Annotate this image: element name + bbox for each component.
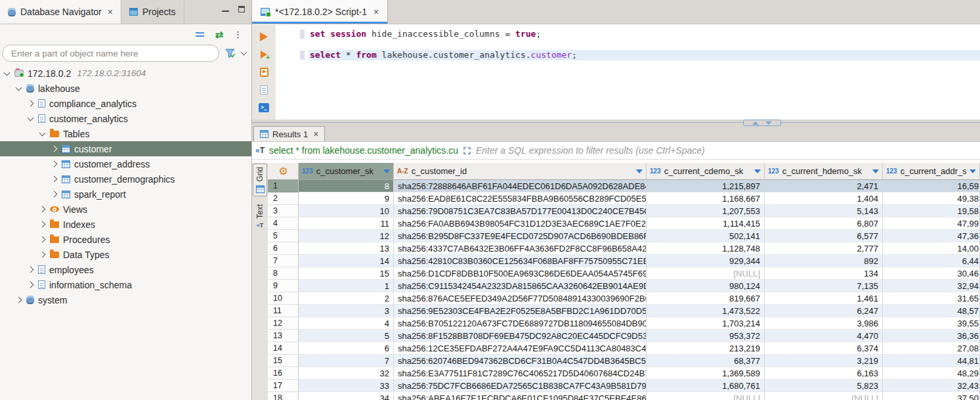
cell-c_customer_id[interactable]: sha256:620746BED947362BCD6CF31B0A4C547DD…	[394, 355, 647, 367]
cell-c_current_addr_sk[interactable]: 39,55	[883, 317, 980, 330]
column-header-c_current_hdemo_sk[interactable]: 123c_current_hdemo_sk	[765, 163, 883, 180]
tree-item-Views[interactable]: Views	[0, 202, 251, 217]
cell-c_customer_id[interactable]: sha256:75DC7FCB6686EDA72565C1B838CA7FC43…	[394, 380, 647, 392]
row-number[interactable]: 15	[268, 355, 299, 367]
cell-c_current_addr_sk[interactable]: 31,65	[883, 292, 980, 305]
cell-c_customer_sk[interactable]: 3	[299, 305, 394, 317]
row-number[interactable]: 8	[268, 267, 299, 280]
filter-funnel-icon[interactable]	[225, 49, 236, 58]
cell-c_customer_id[interactable]: sha256:FA0ABB6943B98054FC31D12D3E3AEC689…	[394, 217, 647, 230]
tree-item-172.18.0.2[interactable]: 172.18.0.2172.18.0.2:31604	[0, 66, 251, 81]
tree-item-compliance_analytics[interactable]: compliance_analytics	[0, 96, 251, 111]
cell-c_current_hdemo_sk[interactable]: 3,986	[765, 317, 883, 330]
cell-c_current_cdemo_sk[interactable]: 1,168,667	[647, 192, 765, 205]
column-header-c_current_addr_sk[interactable]: 123c_current_addr_sk	[883, 163, 980, 180]
cell-c_current_addr_sk[interactable]: 48,29	[883, 367, 980, 380]
cell-c_customer_id[interactable]: sha256:E3A77511F81C7289C76C4065217D5D406…	[394, 367, 647, 380]
expand-chevron-icon[interactable]	[51, 161, 58, 167]
row-number[interactable]: 6	[268, 242, 299, 255]
cell-c_current_hdemo_sk[interactable]: 4,470	[765, 330, 883, 342]
collapse-chevron-icon[interactable]	[16, 84, 22, 91]
tree-item-customer_analytics[interactable]: customer_analytics	[0, 111, 251, 126]
row-number[interactable]: 5	[268, 230, 299, 242]
cell-c_current_addr_sk[interactable]: 37,50	[883, 392, 980, 400]
collapse-up-icon[interactable]	[752, 122, 759, 125]
row-number[interactable]: 18	[268, 392, 299, 400]
cell-c_current_hdemo_sk[interactable]: 1,461	[765, 292, 883, 305]
execute-script-button[interactable]	[259, 67, 269, 77]
object-filter-input[interactable]	[2, 45, 219, 62]
cell-c_current_addr_sk[interactable]: 47,36	[883, 230, 980, 242]
expand-chevron-icon[interactable]	[39, 221, 46, 228]
column-menu-arrow-icon[interactable]	[872, 169, 879, 173]
cell-c_customer_id[interactable]: sha256:79D08751C3EA7C83BA57D177E00413D0C…	[394, 205, 647, 217]
expand-chevron-icon[interactable]	[39, 236, 46, 243]
close-icon[interactable]: ×	[313, 129, 318, 139]
chevron-down-icon[interactable]	[241, 49, 247, 55]
column-header-c_customer_sk[interactable]: 123c_customer_sk	[299, 163, 394, 180]
close-icon[interactable]: ×	[373, 7, 379, 16]
cell-c_customer_id[interactable]: sha256:D1CDF8DBB10F500EA9693C86DE6DEAA05…	[394, 267, 647, 280]
cell-c_current_cdemo_sk[interactable]: 1,680,761	[647, 380, 765, 392]
row-number[interactable]: 17	[268, 380, 299, 392]
collapse-all-icon[interactable]	[196, 32, 204, 33]
code-line-1[interactable]: set session hide_inaccessible_columns = …	[309, 29, 980, 39]
tree-item-system[interactable]: system	[0, 292, 251, 307]
code-line-2[interactable]	[309, 39, 980, 50]
column-menu-arrow-icon[interactable]	[383, 169, 390, 173]
row-number[interactable]: 14	[268, 342, 299, 355]
cell-c_current_cdemo_sk[interactable]: 1,473,522	[647, 305, 765, 317]
presentation-tab-grid[interactable]: Grid	[253, 164, 267, 196]
cell-c_customer_id[interactable]: sha256:42810C83B0360CE125634F068BAF8FF75…	[394, 255, 647, 267]
cell-c_customer_id[interactable]: sha256:EAD8E61C8C22E555834FBBA9B60556CB2…	[394, 192, 647, 205]
cell-c_customer_id[interactable]: sha256:B705122120A673FC7DE6889727DB11809…	[394, 317, 647, 330]
cell-c_current_cdemo_sk[interactable]: 1,369,589	[647, 367, 765, 380]
cell-c_current_addr_sk[interactable]: 14,00	[883, 242, 980, 255]
row-number[interactable]: 16	[268, 367, 299, 380]
editor-code-area[interactable]: set session hide_inaccessible_columns = …	[309, 25, 980, 120]
cell-c_current_hdemo_sk[interactable]: 6,577	[765, 230, 883, 242]
tree-item-Data Types[interactable]: Data Types	[0, 247, 251, 262]
cell-c_current_hdemo_sk[interactable]: 7,135	[765, 280, 883, 292]
row-number[interactable]: 3	[268, 205, 299, 217]
tab-database-navigator[interactable]: Database Navigator ×	[0, 0, 121, 24]
cell-c_current_hdemo_sk[interactable]: 6,807	[765, 217, 883, 230]
tree-item-employees[interactable]: employees	[0, 262, 251, 277]
tree-item-customer[interactable]: customer	[0, 141, 251, 156]
expand-chevron-icon[interactable]	[28, 282, 34, 288]
row-number[interactable]: 11	[268, 305, 299, 317]
cell-c_current_cdemo_sk[interactable]: 1,207,553	[647, 205, 765, 217]
cell-c_current_hdemo_sk[interactable]: 892	[765, 255, 883, 267]
execute-in-new-tab-button[interactable]: +	[259, 49, 269, 59]
expand-chevron-icon[interactable]	[39, 252, 46, 258]
cell-c_customer_sk[interactable]: 2	[299, 292, 394, 305]
row-number[interactable]: 12	[268, 317, 299, 330]
cell-c_current_addr_sk[interactable]: 47,99	[883, 217, 980, 230]
column-menu-arrow-icon[interactable]	[969, 169, 976, 173]
expand-chevron-icon[interactable]	[28, 267, 34, 273]
tab-results-1[interactable]: Results 1 ×	[253, 126, 325, 141]
link-with-editor-icon[interactable]: ⇄	[215, 30, 223, 39]
cell-c_current_addr_sk[interactable]: 16,59	[883, 180, 980, 192]
expand-chevron-icon[interactable]	[51, 191, 58, 198]
tree-item-spark_report[interactable]: spark_report	[0, 187, 251, 202]
cell-c_current_addr_sk[interactable]: 19,58	[883, 205, 980, 217]
results-filter-bar[interactable]: «T select * from lakehouse.customer_anal…	[252, 142, 980, 160]
expand-chevron-icon[interactable]	[51, 146, 58, 152]
collapse-chevron-icon[interactable]	[28, 114, 34, 121]
cell-c_customer_id[interactable]: sha256:ABEA16E7E1ECBDCA6E01CE1095D84E37C…	[394, 392, 647, 400]
collapse-chevron-icon[interactable]	[4, 69, 11, 76]
cell-c_customer_sk[interactable]: 34	[299, 392, 394, 400]
row-number[interactable]: 10	[268, 292, 299, 305]
cell-c_current_cdemo_sk[interactable]: 502,141	[647, 230, 765, 242]
row-number[interactable]: 1	[268, 180, 299, 192]
collapse-down-icon[interactable]	[765, 122, 772, 125]
cell-c_current_hdemo_sk[interactable]: 2,777	[765, 242, 883, 255]
cell-c_current_addr_sk[interactable]: 6,44	[883, 255, 980, 267]
cell-c_customer_sk[interactable]: 8	[299, 180, 394, 192]
column-menu-arrow-icon[interactable]	[754, 169, 761, 173]
minimize-icon[interactable]	[222, 7, 229, 12]
column-menu-arrow-icon[interactable]	[636, 169, 643, 173]
expand-chevron-icon[interactable]	[39, 206, 46, 213]
cell-c_customer_id[interactable]: sha256:B295D8FC337E9E4FECD0725D907ACD6B6…	[394, 230, 647, 242]
